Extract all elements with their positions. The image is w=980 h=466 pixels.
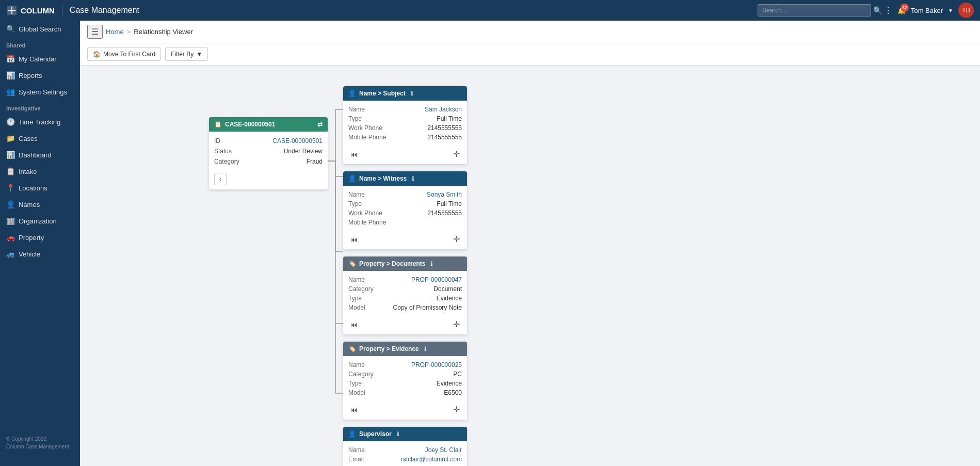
case-category-value: Fraud	[307, 158, 323, 165]
case-card-expand-icon[interactable]: ⇄	[317, 121, 323, 128]
info-icon-4[interactable]: ℹ	[397, 431, 399, 438]
rel-card-back-btn-0[interactable]: ⏮	[348, 149, 360, 159]
user-avatar[interactable]: TB	[958, 3, 974, 18]
sidebar-item-intake[interactable]: 📋 Intake	[0, 163, 80, 180]
case-id-label: ID	[214, 137, 220, 144]
rel-card-title-3: Property > Evidence	[359, 345, 419, 352]
breadcrumb-separator: >	[127, 28, 131, 36]
sidebar-item-dashboard[interactable]: 📊 Dashboard	[0, 147, 80, 163]
sidebar-item-time-tracking[interactable]: 🕐 Time Tracking	[0, 114, 80, 130]
rel-card-back-btn-3[interactable]: ⏮	[348, 405, 360, 415]
rel-card-body-4: Name Joey St. Clair Email rstclair@colum…	[343, 441, 467, 466]
rel-card-footer-3: ⏮ ✛	[343, 401, 467, 420]
rel-card-footer-0: ⏮ ✛	[343, 146, 467, 164]
rel-row: Type Full Time	[348, 114, 462, 123]
rel-row: Type Evidence	[348, 294, 462, 303]
search-input[interactable]	[758, 4, 871, 17]
rel-card-footer-1: ⏮ ✛	[343, 231, 467, 249]
sidebar-item-names[interactable]: 👤 Names	[0, 196, 80, 213]
rel-card-add-btn-1[interactable]: ✛	[451, 233, 462, 245]
search-button[interactable]: 🔍	[873, 6, 882, 14]
rel-card-0: 👤 Name > Subject ℹ Name Sam Jackson Type…	[343, 86, 467, 164]
hamburger-menu-button[interactable]: ☰	[87, 25, 103, 39]
case-status-label: Status	[214, 148, 232, 155]
sidebar-organization-label: Organization	[19, 217, 57, 225]
sidebar-item-cases[interactable]: 📁 Cases	[0, 130, 80, 147]
case-card-header: 📋 CASE-000000501 ⇄	[209, 117, 328, 132]
filter-by-button[interactable]: Filter By ▼	[165, 47, 208, 61]
sidebar-names-label: Names	[19, 201, 40, 208]
sidebar-item-locations[interactable]: 📍 Locations	[0, 180, 80, 196]
case-status-value: Under Review	[284, 148, 323, 155]
sidebar-item-my-calendar[interactable]: 📅 My Calendar	[0, 51, 80, 67]
rel-card-footer-2: ⏮ ✛	[343, 316, 467, 334]
info-icon-0[interactable]: ℹ	[411, 90, 413, 97]
rel-row: Name Sam Jackson	[348, 105, 462, 114]
rel-row: Name PROP-000000025	[348, 360, 462, 369]
rel-row: Name PROP-000000047	[348, 275, 462, 284]
info-icon-2[interactable]: ℹ	[430, 261, 432, 267]
rel-card-body-2: Name PROP-000000047 Category Document Ty…	[343, 271, 467, 316]
info-icon-1[interactable]: ℹ	[412, 175, 414, 182]
sidebar-item-system-settings[interactable]: 👥 System Settings	[0, 84, 80, 100]
organization-icon: 🏢	[6, 217, 14, 225]
sidebar-my-calendar-label: My Calendar	[19, 55, 57, 63]
sidebar-cases-label: Cases	[19, 135, 38, 142]
rel-card-header-2: 🏷️ Property > Documents ℹ	[343, 256, 467, 271]
sidebar-item-property[interactable]: 🚗 Property	[0, 229, 80, 246]
names-icon: 👤	[6, 200, 14, 208]
rel-card-add-btn-2[interactable]: ✛	[451, 318, 462, 330]
case-id-value[interactable]: CASE-000000501	[272, 137, 323, 144]
rel-cards-area: 👤 Name > Subject ℹ Name Sam Jackson Type…	[343, 86, 467, 466]
rel-card-body-1: Name Sonya Smith Type Full Time Work Pho…	[343, 186, 467, 231]
sidebar-vehicle-label: Vehicle	[19, 250, 40, 258]
rel-row: Work Phone 2145555555	[348, 208, 462, 218]
rel-card-title-2: Property > Documents	[359, 260, 425, 267]
case-card-footer: ‹	[209, 171, 328, 189]
rv-canvas[interactable]: 📋 CASE-000000501 ⇄ ID CASE-000000501 Sta…	[80, 66, 980, 466]
top-navbar: COLUMN Case Management 🔍 ⋮ 🔔 32 Tom Bake…	[0, 0, 980, 21]
rel-card-title-4: Supervisor	[359, 430, 392, 438]
case-icon: 📋	[214, 121, 222, 128]
move-to-first-card-button[interactable]: 🏠 Move To First Card	[87, 47, 161, 61]
rel-row: Name Sonya Smith	[348, 190, 462, 199]
case-card-title: CASE-000000501	[225, 121, 275, 128]
rel-card-body-3: Name PROP-000000025 Category PC Type Evi…	[343, 356, 467, 401]
sidebar-item-reports[interactable]: 📊 Reports	[0, 67, 80, 84]
case-card: 📋 CASE-000000501 ⇄ ID CASE-000000501 Sta…	[209, 117, 328, 189]
toolbar: 🏠 Move To First Card Filter By ▼	[80, 43, 980, 66]
sidebar-item-global-search[interactable]: 🔍 Global Search	[0, 21, 80, 37]
sidebar-item-vehicle[interactable]: 🚙 Vehicle	[0, 246, 80, 262]
more-options-button[interactable]: ⋮	[884, 6, 892, 15]
reports-icon: 📊	[6, 71, 14, 79]
rel-card-body-0: Name Sam Jackson Type Full Time Work Pho…	[343, 101, 467, 146]
sidebar-dashboard-label: Dashboard	[19, 151, 52, 159]
logo-icon	[6, 5, 18, 16]
rel-row: Category Document	[348, 284, 462, 294]
user-name[interactable]: Tom Baker	[911, 7, 943, 14]
notification-bell[interactable]: 🔔 32	[897, 7, 906, 14]
case-row-category: Category Fraud	[214, 156, 323, 167]
info-icon-3[interactable]: ℹ	[424, 346, 426, 352]
filter-by-label: Filter By	[171, 51, 194, 58]
rel-card-icon-1: 👤	[348, 175, 356, 182]
rel-row: Model Copy of Promissory Note	[348, 303, 462, 312]
rel-card-1: 👤 Name > Witness ℹ Name Sonya Smith Type…	[343, 171, 467, 249]
rel-card-back-btn-1[interactable]: ⏮	[348, 234, 360, 245]
sidebar-system-settings-label: System Settings	[19, 88, 67, 96]
case-category-label: Category	[214, 158, 239, 165]
locations-icon: 📍	[6, 184, 14, 192]
rel-card-add-btn-0[interactable]: ✛	[451, 148, 462, 160]
rel-card-back-btn-2[interactable]: ⏮	[348, 319, 360, 330]
settings-icon: 👥	[6, 88, 14, 96]
content-area: ☰ Home > Relationship Viewer 🏠 Move To F…	[80, 21, 980, 466]
calendar-icon: 📅	[6, 55, 14, 63]
sidebar-item-organization[interactable]: 🏢 Organization	[0, 213, 80, 229]
case-back-button[interactable]: ‹	[214, 173, 227, 185]
rel-card-header-1: 👤 Name > Witness ℹ	[343, 171, 467, 186]
rel-card-icon-4: 👤	[348, 430, 356, 438]
rel-row: Email rstclair@columnit.com	[348, 455, 462, 464]
rel-card-add-btn-3[interactable]: ✛	[451, 404, 462, 415]
rel-row: Name Joey St. Clair	[348, 445, 462, 455]
breadcrumb-home[interactable]: Home	[106, 28, 124, 36]
